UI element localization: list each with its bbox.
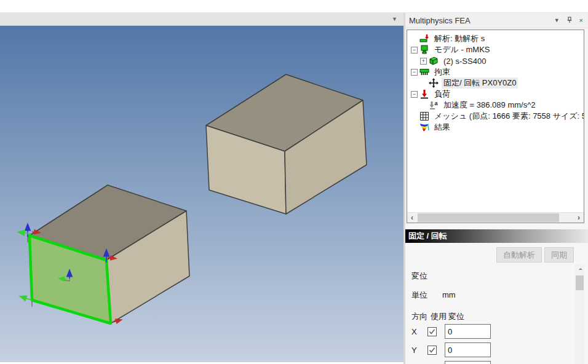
collapse-toggle-icon[interactable]: − [411, 91, 418, 98]
viewport-pane: ▼ [0, 13, 403, 364]
unit-row: 単位mm [411, 290, 573, 301]
axis-row-y: Y [411, 342, 573, 358]
collapse-toggle-icon[interactable]: − [411, 47, 418, 53]
sync-button[interactable]: 同期 [544, 247, 574, 263]
axis-row-z: Z [411, 360, 573, 364]
axis-label: X [411, 327, 427, 336]
scene-background [0, 26, 403, 362]
displacement-input[interactable] [445, 342, 491, 357]
tree-indent-spacer [411, 124, 418, 131]
move-icon [429, 78, 439, 88]
tree-item[interactable]: −負荷 [407, 89, 584, 100]
close-icon[interactable]: × [579, 17, 583, 24]
tree-item[interactable]: 解析: 動解析 s [407, 33, 584, 44]
displacement-form: 変位 単位mm 方向 使用 変位 XYZ [411, 271, 573, 364]
viewport-dropdown-icon[interactable]: ▼ [392, 16, 397, 22]
displacement-label: 変位 [411, 271, 573, 282]
application-window: ▼ [0, 0, 588, 364]
tree-items: 解析: 動解析 s−モデル - mMKS+(2) s-SS400−拘束固定/ 回… [407, 30, 584, 133]
panel-titlebar: Multiphysics FEA ▼ × [405, 13, 588, 28]
column-displacement: 変位 [448, 311, 464, 322]
svg-text:a: a [435, 100, 439, 106]
tree-horizontal-scrollbar[interactable]: ‹ › [407, 212, 584, 223]
analysis-icon [419, 34, 430, 44]
tree-item-label[interactable]: 結果 [432, 122, 452, 133]
tree-item-label[interactable]: 負荷 [432, 89, 452, 100]
expand-toggle-icon[interactable]: + [420, 58, 427, 65]
axis-row-x: X [411, 323, 573, 339]
scroll-up-icon[interactable]: › [575, 264, 584, 274]
fea-panel: Multiphysics FEA ▼ × 解析: 動解析 s−モデル - mMK… [405, 13, 588, 364]
tree-item-label[interactable]: モデル - mMKS [432, 44, 491, 55]
part-icon [429, 56, 439, 66]
tree-item[interactable]: メッシュ (節点: 1666 要素: 7558 サイズ: 5.3 [407, 111, 584, 122]
tree-item-label[interactable]: 拘束 [432, 66, 452, 77]
use-checkbox[interactable] [427, 327, 437, 336]
tree-indent-spacer [420, 80, 427, 87]
pin-icon[interactable] [566, 17, 573, 25]
axis-label: Y [411, 346, 427, 355]
axis-rows: XYZ [411, 323, 573, 364]
tree-indent-spacer [420, 102, 427, 109]
panel-title: Multiphysics FEA [409, 16, 547, 25]
form-vertical-scrollbar[interactable]: › [575, 264, 584, 364]
viewport-titlebar: ▼ [0, 13, 403, 26]
tree-item-label[interactable]: (2) s-SS400 [442, 57, 488, 66]
tree-item-label-selected[interactable]: 固定/ 回転 PX0Y0Z0 [442, 77, 518, 89]
tree-item[interactable]: a加速度 = 386.089 mm/s^2 [407, 100, 584, 111]
section-header-fixed-rotation: 固定 / 回転 [405, 229, 588, 243]
load-icon [419, 89, 430, 99]
tree-item[interactable]: −モデル - mMKS [407, 44, 584, 55]
scroll-right-icon[interactable]: › [574, 213, 584, 223]
unit-value: mm [442, 290, 456, 299]
scroll-left-icon[interactable]: ‹ [407, 213, 417, 223]
displacement-input[interactable] [445, 324, 491, 339]
model-icon [419, 45, 430, 55]
panel-body: 解析: 動解析 s−モデル - mMKS+(2) s-SS400−拘束固定/ 回… [405, 28, 588, 364]
use-checkbox[interactable] [427, 346, 437, 355]
tree-item[interactable]: −拘束 [407, 66, 584, 77]
column-direction: 方向 [411, 311, 431, 322]
tree-indent-spacer [411, 36, 418, 42]
main-layout: ▼ [0, 13, 588, 364]
tree-item[interactable]: 結果 [407, 122, 584, 133]
top-strip [0, 0, 588, 13]
viewport-canvas[interactable] [0, 26, 403, 364]
tree-item[interactable]: +(2) s-SS400 [407, 55, 584, 66]
tree-item-label[interactable]: 加速度 = 386.089 mm/s^2 [442, 100, 538, 111]
tree-item-label[interactable]: メッシュ (節点: 1666 要素: 7558 サイズ: 5.3 [432, 111, 584, 122]
column-used: 使用 [431, 311, 448, 322]
scrollbar-thumb[interactable] [576, 275, 584, 290]
unit-label: 単位 [411, 290, 427, 299]
tree-item[interactable]: 固定/ 回転 PX0Y0Z0 [407, 77, 584, 89]
section-buttons: 自動解析 同期 [496, 247, 574, 263]
acceleration-icon: a [429, 100, 439, 110]
tree-item-label[interactable]: 解析: 動解析 s [432, 33, 487, 44]
result-icon [419, 122, 430, 132]
displacement-input[interactable] [445, 361, 491, 364]
panel-menu-icon[interactable]: ▼ [554, 18, 560, 23]
scrollbar-thumb[interactable] [418, 213, 559, 222]
mesh-icon [419, 111, 430, 121]
collapse-toggle-icon[interactable]: − [411, 69, 418, 76]
constraint-icon [419, 67, 430, 77]
auto-analysis-button[interactable]: 自動解析 [496, 247, 542, 263]
form-column-headers: 方向 使用 変位 [411, 311, 573, 322]
tree-indent-spacer [411, 113, 418, 120]
scene-3d [0, 26, 403, 362]
model-tree: 解析: 動解析 s−モデル - mMKS+(2) s-SS400−拘束固定/ 回… [407, 30, 584, 223]
